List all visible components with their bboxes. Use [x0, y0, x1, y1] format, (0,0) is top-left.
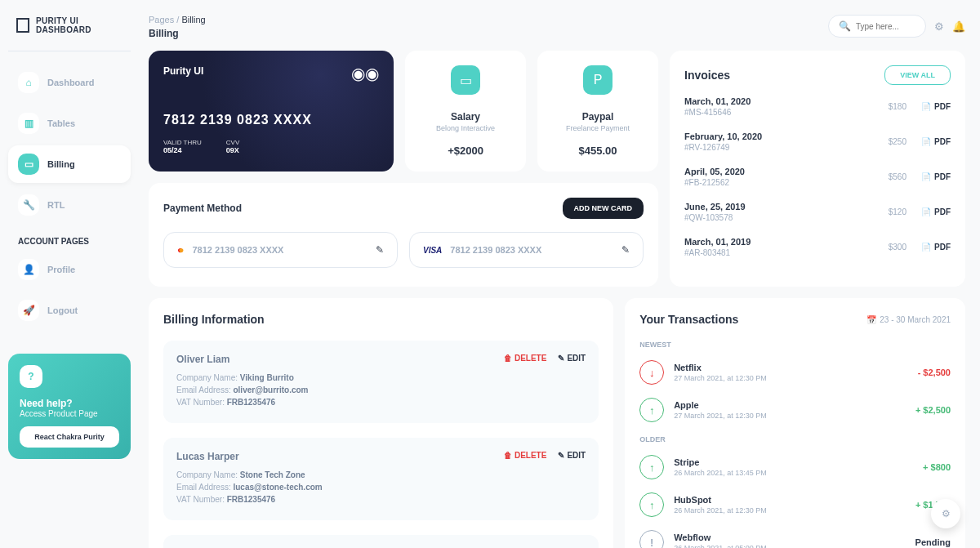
tx-amount: + $800 — [923, 462, 951, 472]
breadcrumb-current: Billing — [181, 15, 205, 25]
pm-title: Payment Method — [163, 203, 242, 214]
credit-card: Purity UI ◉◉ 7812 2139 0823 XXXX VALID T… — [149, 51, 394, 172]
question-icon: ? — [20, 365, 42, 388]
edit-button[interactable]: ✎ EDIT — [558, 451, 586, 460]
account-section-label: ACCOUNT PAGES — [8, 227, 131, 251]
gear-icon: ⚙ — [942, 508, 951, 519]
invoice-row: March, 01, 2020 #MS-415646 $180 📄PDF — [684, 96, 951, 117]
invoices-card: Invoices VIEW ALL March, 01, 2020 #MS-41… — [670, 51, 965, 287]
stat-title: Paypal — [566, 111, 630, 123]
transaction-row: ↑ HubSpot 26 March 2021, at 12:30 PM + $… — [639, 492, 951, 517]
transaction-row: ↓ Netflix 27 March 2021, at 12:30 PM - $… — [639, 360, 951, 385]
wrench-icon: 🔧 — [18, 194, 39, 216]
pencil-icon[interactable]: ✎ — [621, 244, 630, 256]
arrow-up-icon: ↑ — [639, 492, 664, 517]
logo-icon — [16, 18, 29, 33]
bell-icon[interactable]: 🔔 — [952, 20, 965, 33]
delete-button[interactable]: 🗑 DELETE — [504, 451, 546, 460]
invoice-pdf-button[interactable]: 📄PDF — [921, 243, 951, 252]
edit-button[interactable]: ✎ EDIT — [558, 354, 586, 363]
rocket-icon: 🚀 — [18, 300, 39, 321]
nav-label: Dashboard — [47, 78, 94, 87]
nav-label: Billing — [47, 159, 75, 169]
breadcrumb-wrap: Pages / Billing Billing — [149, 15, 206, 39]
brand-text: PURITY UI DASHBOARD — [36, 16, 122, 34]
billing-name: Oliver Liam — [176, 354, 308, 365]
billing-company: Company Name: Stone Tech Zone — [176, 470, 323, 479]
nav-rtl[interactable]: 🔧 RTL — [8, 186, 131, 224]
billing-name: Lucas Harper — [176, 451, 323, 462]
search-box[interactable]: 🔍 — [828, 15, 926, 38]
invoice-date: June, 25, 2019 — [684, 202, 746, 212]
delete-button[interactable]: 🗑 DELETE — [504, 354, 546, 363]
card-icon: ▭ — [18, 154, 39, 175]
stat-value: $455.00 — [579, 145, 617, 157]
tx-name: Netflix — [674, 363, 767, 372]
help-button[interactable]: React Chakra Purity — [20, 426, 119, 448]
nav-tables[interactable]: ▥ Tables — [8, 105, 131, 142]
logo: PURITY UI DASHBOARD — [8, 16, 131, 51]
visa-icon: VISA — [423, 246, 442, 255]
billing-company: Company Name: Viking Burrito — [176, 373, 308, 382]
settings-fab[interactable]: ⚙ — [931, 499, 960, 528]
add-card-button[interactable]: ADD NEW CARD — [563, 198, 644, 219]
tx-older-label: OLDER — [639, 435, 951, 443]
nav-billing[interactable]: ▭ Billing — [8, 145, 131, 183]
topbar: Pages / Billing Billing 🔍 ⚙ 🔔 — [149, 15, 965, 39]
invoice-id: #FB-212562 — [684, 178, 745, 187]
cc-cvv-label: CVV — [226, 139, 239, 146]
nav-logout[interactable]: 🚀 Logout — [8, 292, 131, 329]
nav-label: Logout — [47, 305, 78, 315]
pencil-icon[interactable]: ✎ — [376, 244, 384, 256]
tx-time: 26 March 2021, at 12:30 PM — [674, 506, 767, 515]
chart-icon: ▥ — [18, 113, 39, 134]
tx-name: Webflow — [674, 532, 767, 542]
arrow-up-icon: ↑ — [639, 455, 664, 479]
invoice-pdf-button[interactable]: 📄PDF — [921, 137, 951, 146]
invoice-amount: $180 — [889, 102, 906, 111]
arrow-pending-icon: ! — [639, 530, 664, 548]
search-icon: 🔍 — [839, 20, 851, 32]
invoice-pdf-button[interactable]: 📄PDF — [921, 102, 951, 111]
document-icon: 📄 — [921, 207, 931, 216]
nav-label: Tables — [47, 118, 75, 128]
arrow-down-icon: ↓ — [639, 360, 664, 385]
invoices-title: Invoices — [684, 69, 730, 82]
invoice-row: February, 10, 2020 #RV-126749 $250 📄PDF — [684, 131, 951, 152]
card-number: 7812 2139 0823 XXXX — [450, 245, 541, 255]
transactions-title: Your Transactions — [639, 313, 738, 326]
nav-dashboard[interactable]: ⌂ Dashboard — [8, 64, 131, 101]
stat-title: Salary — [436, 111, 495, 123]
billing-item: Ethan James Company Name: Fiber Notion 🗑… — [163, 535, 599, 548]
cc-number: 7812 2139 0823 XXXX — [163, 113, 379, 127]
breadcrumb-root[interactable]: Pages — [149, 15, 174, 25]
nav-profile[interactable]: 👤 Profile — [8, 251, 131, 288]
tx-name: Apple — [674, 400, 767, 410]
mastercard-icon: ◉◉ — [351, 64, 379, 83]
tx-name: HubSpot — [674, 495, 767, 505]
invoice-row: April, 05, 2020 #FB-212562 $560 📄PDF — [684, 167, 951, 187]
stat-salary: ▭ Salary Belong Interactive +$2000 — [405, 51, 526, 172]
invoice-pdf-button[interactable]: 📄PDF — [921, 207, 951, 216]
tx-time: 27 March 2021, at 12:30 PM — [674, 374, 767, 382]
search-input[interactable] — [856, 22, 915, 31]
gear-icon[interactable]: ⚙ — [934, 20, 944, 33]
payment-card: VISA7812 2139 0823 XXXX✎ — [409, 232, 644, 268]
stat-paypal: P Paypal Freelance Payment $455.00 — [537, 51, 658, 172]
tx-amount: + $2,500 — [915, 405, 951, 415]
invoice-date: February, 10, 2020 — [684, 131, 762, 141]
mastercard-icon: ●● — [177, 244, 185, 256]
billing-email: Email Address: lucas@stone-tech.com — [176, 483, 323, 492]
invoice-amount: $300 — [889, 243, 906, 252]
calendar-icon: 📅 — [866, 315, 876, 324]
billing-info-card: Billing Information Oliver Liam Company … — [149, 298, 613, 548]
payment-method-card: Payment Method ADD NEW CARD ●●7812 2139 … — [149, 183, 658, 287]
tx-time: 26 March 2021, at 13:45 PM — [674, 469, 767, 477]
trash-icon: 🗑 — [504, 451, 512, 460]
invoice-pdf-button[interactable]: 📄PDF — [921, 172, 951, 181]
document-icon: 📄 — [921, 102, 931, 111]
view-all-button[interactable]: VIEW ALL — [884, 65, 951, 85]
billing-vat: VAT Number: FRB1235476 — [176, 398, 308, 407]
paypal-icon: P — [583, 65, 612, 95]
page-title: Billing — [149, 28, 206, 39]
